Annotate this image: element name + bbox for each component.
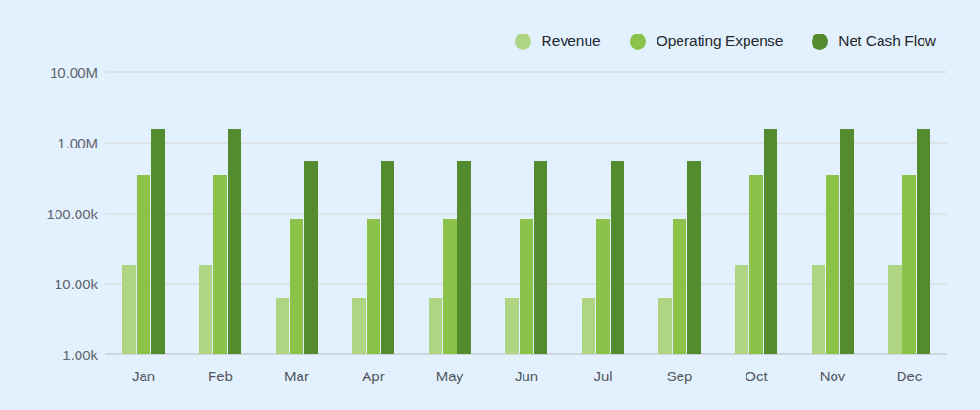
bar-net-cash-flow-mar[interactable] (304, 161, 318, 354)
y-axis-tick-label: 100.00k (0, 206, 98, 223)
bar-operating-expense-jun[interactable] (520, 219, 533, 354)
x-axis-label-jan: Jan (105, 368, 182, 384)
legend-item-net-cash-flow[interactable]: Net Cash Flow (812, 33, 936, 50)
bar-net-cash-flow-oct[interactable] (764, 129, 777, 354)
x-axis-label-dec: Dec (871, 368, 947, 384)
bar-revenue-feb[interactable] (199, 265, 212, 354)
x-axis-label-feb: Feb (182, 368, 258, 384)
bar-revenue-jun[interactable] (505, 298, 519, 354)
bar-operating-expense-sep[interactable] (673, 219, 686, 354)
bar-net-cash-flow-nov[interactable] (840, 129, 854, 354)
bar-net-cash-flow-apr[interactable] (381, 161, 394, 354)
bar-revenue-jan[interactable] (122, 265, 136, 354)
bar-operating-expense-feb[interactable] (213, 175, 227, 354)
bar-revenue-dec[interactable] (888, 265, 902, 354)
bar-operating-expense-jul[interactable] (596, 219, 610, 354)
y-axis-tick-label: 10.00k (0, 276, 98, 293)
bar-operating-expense-jan[interactable] (137, 175, 150, 354)
y-axis-tick-label: 1.00M (0, 135, 98, 152)
legend-label: Net Cash Flow (838, 33, 936, 50)
x-axis-label-jun: Jun (488, 368, 565, 384)
legend-item-operating-expense[interactable]: Operating Expense (630, 33, 784, 50)
bar-operating-expense-nov[interactable] (826, 175, 839, 354)
bar-net-cash-flow-jul[interactable] (611, 161, 624, 354)
bar-net-cash-flow-dec[interactable] (917, 129, 930, 354)
bar-net-cash-flow-may[interactable] (457, 161, 471, 354)
bar-revenue-sep[interactable] (658, 298, 672, 354)
gridline (105, 71, 947, 73)
bar-operating-expense-mar[interactable] (290, 219, 303, 354)
bar-revenue-oct[interactable] (735, 265, 748, 354)
bar-operating-expense-may[interactable] (443, 219, 457, 354)
bar-revenue-apr[interactable] (352, 298, 366, 354)
chart-legend: RevenueOperating ExpenseNet Cash Flow (515, 32, 936, 51)
x-axis-label-may: May (412, 368, 488, 384)
y-axis-tick-label: 1.00k (0, 347, 98, 364)
bar-net-cash-flow-feb[interactable] (228, 129, 241, 354)
bar-operating-expense-apr[interactable] (367, 219, 380, 354)
bar-operating-expense-oct[interactable] (749, 175, 763, 354)
legend-dot-net-cash-flow (812, 34, 828, 50)
x-axis-label-oct: Oct (718, 368, 794, 384)
bar-revenue-jul[interactable] (582, 298, 595, 354)
cash-flow-bar-chart: RevenueOperating ExpenseNet Cash Flow 10… (0, 0, 980, 410)
legend-dot-revenue (515, 34, 531, 50)
x-axis-label-apr: Apr (335, 368, 412, 384)
bar-operating-expense-dec[interactable] (902, 175, 916, 354)
x-axis-label-nov: Nov (794, 368, 871, 384)
x-axis-label-jul: Jul (565, 368, 641, 384)
bar-revenue-may[interactable] (429, 298, 442, 354)
x-axis-label-mar: Mar (258, 368, 335, 384)
bar-revenue-mar[interactable] (276, 298, 289, 354)
x-axis-label-sep: Sep (641, 368, 718, 384)
bar-net-cash-flow-jun[interactable] (534, 161, 547, 354)
y-axis-tick-label: 10.00M (0, 64, 98, 81)
legend-label: Operating Expense (657, 33, 784, 50)
bar-revenue-nov[interactable] (812, 265, 825, 354)
legend-label: Revenue (542, 33, 601, 50)
bar-net-cash-flow-sep[interactable] (687, 161, 701, 354)
legend-item-revenue[interactable]: Revenue (515, 33, 601, 50)
legend-dot-operating-expense (630, 34, 646, 50)
bar-net-cash-flow-jan[interactable] (151, 129, 165, 354)
